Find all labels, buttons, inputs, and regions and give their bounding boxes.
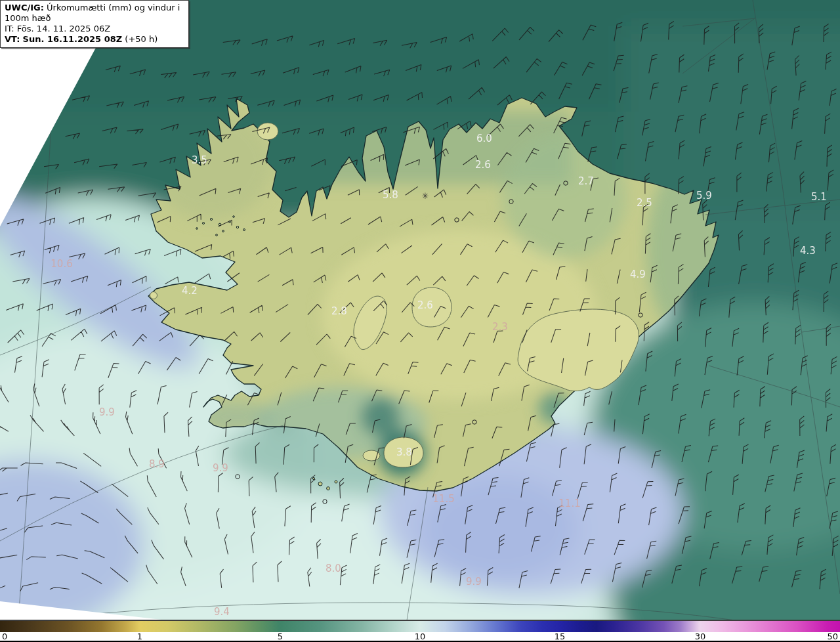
precip-value-label: 9.9	[466, 576, 482, 588]
colorbar-gradient	[0, 621, 840, 632]
colorbar-tick-50: 50	[827, 631, 838, 641]
precip-value-label: 5.1	[811, 191, 827, 203]
colorbar-tick-15: 15	[555, 631, 566, 641]
precip-value-label: 2.7	[578, 175, 594, 187]
precip-value-label: 2.3	[492, 321, 508, 333]
precip-value-label: 2.6	[417, 299, 433, 311]
colorbar-tick-10: 10	[415, 631, 426, 641]
valid-time: Sun. 16.11.2025 08Z	[23, 34, 123, 44]
precip-value-label: 9.9	[213, 462, 228, 474]
precip-value-label: 2.8	[331, 305, 347, 317]
precip-value-label: 11.5	[432, 493, 454, 505]
valid-label: VT:	[5, 34, 20, 44]
glacier-eyjafjallajokull	[363, 450, 380, 461]
weather-chart-page: ✳ 3.56.02.65.82.72.55.95.14.310.64.24.92…	[0, 0, 840, 642]
lead-time: (+50 h)	[125, 34, 158, 44]
precip-value-label: 9.9	[99, 406, 115, 418]
snowflake-icon: ✳	[422, 191, 429, 201]
precip-value-label: 3.5	[192, 154, 207, 166]
colorbar-tick-30: 30	[695, 631, 706, 641]
precip-value-label: 6.0	[476, 133, 492, 144]
precip-value-label: 10.6	[51, 258, 72, 270]
colorbar-tick-labels: 01510153050	[0, 631, 840, 641]
colorbar-tick-1: 1	[137, 631, 142, 641]
model-id: UWC/IG:	[5, 3, 44, 12]
precip-value-label: 9.4	[214, 606, 230, 618]
precip-value-label: 8.0	[326, 563, 341, 574]
init-time: IT: Fös. 14. 11. 2025 06Z	[5, 24, 184, 34]
precip-value-label: 4.2	[182, 285, 198, 297]
precip-value-label: 2.5	[637, 197, 652, 209]
precip-value-label: 4.3	[800, 245, 816, 257]
glacier-snaefellsjokull	[150, 292, 158, 299]
precip-value-label: 11.1	[558, 498, 580, 509]
colorbar-tick-0: 0	[2, 631, 7, 641]
precip-value-label: 5.9	[696, 190, 712, 202]
precip-value-label: 4.9	[630, 268, 646, 280]
valid-time-line: VT: Sun. 16.11.2025 08Z (+50 h)	[5, 34, 184, 45]
map-canvas: ✳ 3.56.02.65.82.72.55.95.14.310.64.24.92…	[0, 0, 840, 642]
precip-value-label: 3.8	[396, 446, 412, 458]
colorbar-tick-5: 5	[278, 631, 283, 641]
precip-value-label: 5.8	[383, 189, 398, 201]
title-line-product: UWC/IG: Úrkomumætti (mm) og vindur i 100…	[5, 3, 184, 24]
title-box: UWC/IG: Úrkomumætti (mm) og vindur i 100…	[0, 0, 189, 48]
precip-value-label: 8.9	[149, 458, 165, 470]
precip-value-label: 2.6	[475, 159, 491, 171]
